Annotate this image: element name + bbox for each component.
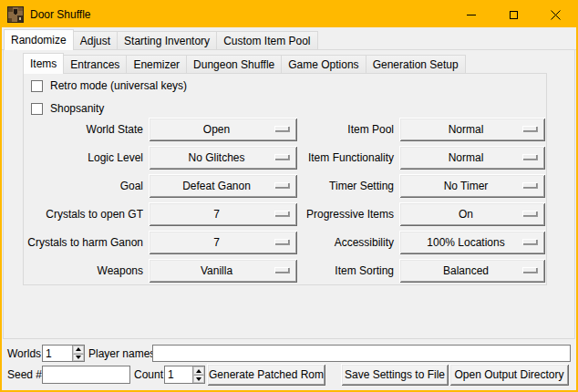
close-button[interactable] — [534, 2, 576, 27]
weapons-value: Vanilla — [201, 264, 245, 277]
worlds-input[interactable] — [43, 346, 72, 361]
dropdown-indicator-icon — [274, 239, 289, 244]
open-output-directory-label: Open Output Directory — [454, 368, 563, 381]
tab-randomize-label: Randomize — [11, 34, 67, 46]
tab-dungeon-shuffle[interactable]: Dungeon Shuffle — [186, 55, 282, 73]
item-pool-label: Item Pool — [303, 123, 394, 136]
dropdown-indicator-icon — [274, 182, 289, 188]
tab-generation-setup[interactable]: Generation Setup — [366, 55, 466, 73]
timer-setting-dropdown[interactable]: No Timer — [399, 174, 545, 198]
world-state-label: World State — [26, 123, 143, 136]
up-arrow-icon — [196, 369, 201, 373]
seed-label: Seed # — [7, 368, 42, 381]
item-pool-dropdown[interactable]: Normal — [399, 118, 545, 141]
count-label: Count — [134, 368, 163, 381]
item-sorting-dropdown[interactable]: Balanced — [399, 259, 545, 283]
item-functionality-dropdown[interactable]: Normal — [399, 146, 545, 170]
dropdown-indicator-icon — [274, 154, 289, 160]
accessibility-dropdown[interactable]: 100% Locations — [399, 231, 545, 254]
tab-items-label: Items — [30, 57, 57, 70]
worlds-spinner[interactable] — [42, 345, 85, 362]
count-input[interactable] — [165, 366, 192, 383]
timer-setting-label: Timer Setting — [303, 180, 394, 192]
item-pool-value: Normal — [449, 123, 497, 136]
goal-dropdown[interactable]: Defeat Ganon — [149, 174, 297, 198]
count-spin-buttons — [192, 366, 204, 383]
generate-patched-rom-button[interactable]: Generate Patched Rom — [207, 364, 325, 386]
sub-tabstrip: Items Entrances Enemizer Dungeon Shuffle… — [23, 52, 465, 73]
count-down-button[interactable] — [193, 375, 204, 383]
maximize-icon — [510, 11, 518, 19]
accessibility-label: Accessibility — [303, 236, 394, 249]
worlds-down-button[interactable] — [73, 354, 84, 362]
tab-entrances-label: Entrances — [70, 58, 119, 71]
worlds-label: Worlds — [7, 347, 41, 360]
tab-adjust[interactable]: Adjust — [73, 31, 118, 49]
dropdown-indicator-icon — [522, 182, 537, 188]
progressive-items-label: Progressive Items — [303, 208, 394, 221]
options-form: World State Open Item Pool Normal Logic … — [26, 118, 545, 283]
logic-level-label: Logic Level — [26, 151, 143, 164]
crystals-gt-dropdown[interactable]: 7 — [149, 202, 297, 226]
player-names-label: Player names — [88, 347, 155, 360]
item-functionality-label: Item Functionality — [303, 151, 394, 164]
tab-game-options-label: Game Options — [288, 58, 358, 71]
logic-level-value: No Glitches — [188, 151, 257, 164]
worlds-spin-buttons — [72, 346, 84, 361]
generate-patched-rom-label: Generate Patched Rom — [209, 368, 324, 381]
tab-starting-inventory[interactable]: Starting Inventory — [117, 31, 217, 49]
player-names-input[interactable] — [152, 345, 571, 362]
count-up-button[interactable] — [193, 366, 204, 375]
shopsanity-checkbox[interactable] — [31, 103, 43, 115]
count-spinner[interactable] — [164, 366, 205, 384]
crystals-ganon-dropdown[interactable]: 7 — [149, 231, 297, 254]
dropdown-indicator-icon — [522, 267, 537, 273]
dropdown-indicator-icon — [522, 126, 537, 131]
tab-starting-inventory-label: Starting Inventory — [124, 35, 210, 47]
window-title: Door Shuffle — [30, 8, 91, 21]
dropdown-indicator-icon — [274, 211, 289, 216]
logic-level-dropdown[interactable]: No Glitches — [149, 146, 297, 170]
tab-entrances[interactable]: Entrances — [63, 55, 127, 73]
weapons-dropdown[interactable]: Vanilla — [149, 259, 297, 283]
down-arrow-icon — [196, 377, 201, 381]
tab-generation-setup-label: Generation Setup — [373, 58, 459, 71]
tab-items[interactable]: Items — [23, 53, 64, 74]
minimize-button[interactable] — [450, 2, 492, 27]
progressive-items-dropdown[interactable]: On — [399, 202, 545, 226]
tab-enemizer[interactable]: Enemizer — [126, 55, 187, 73]
door-icon — [7, 6, 24, 23]
shopsanity-label: Shopsanity — [50, 102, 104, 115]
tab-game-options[interactable]: Game Options — [281, 55, 366, 73]
maximize-button[interactable] — [492, 2, 534, 27]
world-state-dropdown[interactable]: Open — [149, 118, 297, 141]
retro-mode-row: Retro mode (universal keys) — [31, 79, 187, 92]
seed-input[interactable] — [42, 366, 130, 384]
world-state-value: Open — [203, 123, 243, 136]
up-arrow-icon — [76, 347, 81, 351]
accessibility-value: 100% Locations — [427, 236, 517, 249]
crystals-gt-label: Crystals to open GT — [26, 208, 143, 221]
door-shuffle-window: Door Shuffle Randomize Adjust Starting I… — [0, 0, 578, 392]
save-settings-button[interactable]: Save Settings to File — [341, 364, 449, 386]
shopsanity-row: Shopsanity — [31, 102, 104, 115]
items-pane: Retro mode (universal keys) Shopsanity W… — [23, 73, 547, 285]
item-functionality-value: Normal — [449, 151, 497, 164]
open-output-directory-button[interactable]: Open Output Directory — [449, 364, 569, 386]
close-icon — [551, 10, 561, 20]
minimize-icon — [467, 15, 476, 15]
tab-randomize[interactable]: Randomize — [4, 29, 74, 50]
dropdown-indicator-icon — [522, 154, 537, 160]
timer-setting-value: No Timer — [444, 180, 501, 192]
tab-adjust-label: Adjust — [80, 35, 110, 47]
retro-mode-label: Retro mode (universal keys) — [50, 79, 187, 92]
item-sorting-value: Balanced — [443, 264, 501, 277]
goal-value: Defeat Ganon — [182, 180, 263, 192]
crystals-gt-value: 7 — [213, 208, 232, 221]
worlds-up-button[interactable] — [73, 346, 84, 354]
retro-mode-checkbox[interactable] — [31, 80, 43, 92]
tab-custom-item-pool[interactable]: Custom Item Pool — [216, 31, 317, 49]
dropdown-indicator-icon — [522, 211, 537, 216]
dropdown-indicator-icon — [274, 267, 289, 273]
tab-dungeon-shuffle-label: Dungeon Shuffle — [193, 58, 274, 71]
